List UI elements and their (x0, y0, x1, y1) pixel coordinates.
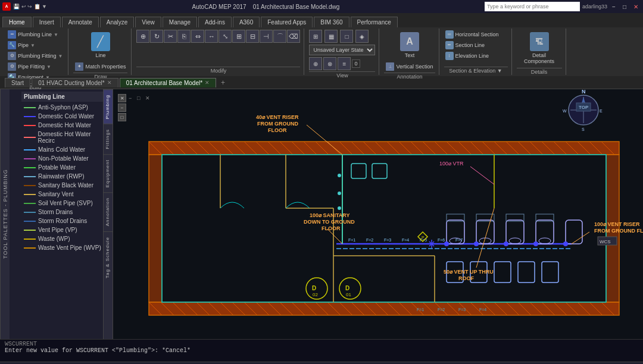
doc-tab-arch[interactable]: 01 Architectural Base Model* ✕ (120, 78, 216, 87)
rotate-button[interactable]: ↻ (150, 30, 163, 43)
search-input[interactable] (485, 2, 580, 11)
title-bar-left: A 💾 ↩ ↪ 📋 ▼ (2, 2, 47, 11)
side-tab-annotation[interactable]: Annotation (104, 192, 113, 231)
match-properties-button[interactable]: ✦ Match Properties (73, 62, 127, 71)
line-icon: ╱ (91, 32, 110, 51)
command-line: WSCURRENT Enter new value for WSCURRENT … (0, 339, 643, 362)
view-ctrl-2[interactable]: ▦ (324, 30, 338, 43)
ribbon-content: ━ Plumbing Line ▼ 🔧 Pipe ▼ ⚙ Plumbing Fi… (0, 27, 643, 76)
pipe-button[interactable]: 🔧 Pipe ▼ (6, 40, 37, 50)
waste-vent-icon (24, 247, 36, 249)
list-item-storm-roof[interactable]: Storm Roof Drains (21, 216, 110, 225)
list-item-vent-pipe[interactable]: Vent Pipe (VP) (21, 225, 110, 234)
list-item-waste-vent[interactable]: Waste Vent Pipe (WVP) (21, 243, 110, 252)
list-item-sanitary-black[interactable]: Sanitary Black Water (21, 181, 110, 190)
viewport-maximize[interactable]: □ (137, 95, 140, 101)
cad-viewport[interactable]: ✕ − □ (113, 89, 643, 339)
pipe-label: Pipe (18, 42, 29, 48)
window-close[interactable]: ✕ (631, 4, 641, 10)
list-item-non-potable[interactable]: Non-Potable Water (21, 154, 110, 163)
window-minimize[interactable]: − (610, 4, 618, 10)
tab-addins[interactable]: Add-ins (198, 17, 232, 27)
window-maximize[interactable]: □ (620, 4, 629, 10)
svg-text:WCS: WCS (600, 239, 611, 244)
vp-min-btn[interactable]: − (118, 103, 126, 112)
tab-bim360[interactable]: BIM 360 (314, 17, 349, 27)
view-ctrl-4[interactable]: ◈ (355, 30, 369, 43)
vertical-section-button[interactable]: ⟂ Vertical Section (384, 62, 435, 71)
tab-performance[interactable]: Performance (351, 17, 398, 27)
tab-analyze[interactable]: Analyze (100, 17, 135, 27)
pipe-fitting-label: Pipe Fitting (18, 64, 45, 70)
quick-access-icons[interactable]: 💾 ↩ ↪ 📋 ▼ (13, 4, 47, 10)
layer-ctrl-2[interactable]: ⊗ (323, 57, 336, 70)
list-item-sanitary-vent[interactable]: Sanitary Vent (21, 190, 110, 199)
list-item-rainwater[interactable]: Rainwater (RWP) (21, 172, 110, 181)
list-item-antisyphon[interactable]: Anti-Syphon (ASP) (21, 103, 110, 112)
svg-text:D: D (312, 285, 316, 291)
side-tab-tag[interactable]: Tag & Schedule (104, 231, 113, 283)
doc-tab-hvac[interactable]: 01 HVAC Ducting Model* ✕ (32, 78, 118, 87)
tab-featured[interactable]: Featured Apps (261, 17, 313, 27)
list-item-domestic-hot-recirc[interactable]: Domestic Hot Water Recirc (21, 130, 110, 145)
tab-insert[interactable]: Insert (33, 17, 61, 27)
list-item-domestic-cold[interactable]: Domestic Cold Water (21, 112, 110, 121)
section-line-button[interactable]: ━ Section Line (444, 40, 486, 50)
horizontal-section-button[interactable]: ═ Horizontal Section (444, 30, 500, 39)
tab-view[interactable]: View (135, 17, 161, 27)
tab-home[interactable]: Home (2, 17, 32, 27)
copy-button[interactable]: ⎘ (177, 30, 191, 43)
array-button[interactable]: ⊟ (246, 30, 259, 43)
layer-ctrl-1[interactable]: ⊕ (309, 57, 322, 70)
layer-state-ctrl-3[interactable]: ≡ (338, 57, 351, 70)
command-input[interactable] (5, 354, 638, 360)
svg-text:DOWN TO GROUND: DOWN TO GROUND (304, 219, 355, 225)
list-item-domestic-hot[interactable]: Domestic Hot Water (21, 121, 110, 130)
detail-components-button[interactable]: 🏗 Detail Components (517, 30, 562, 67)
line-button[interactable]: ╱ Line (86, 30, 115, 61)
view-ctrl-3[interactable]: □ (340, 30, 353, 43)
stretch-button[interactable]: ↔ (205, 30, 218, 43)
side-tab-equipment[interactable]: Equipment (104, 154, 113, 192)
list-item-soil-vent[interactable]: Soil Vent Pipe (SVP) (21, 199, 110, 208)
vp-max-btn[interactable]: □ (118, 113, 126, 121)
cad-drawing: 100⌀ VTR (113, 89, 643, 339)
doc-tab-start[interactable]: Start (5, 78, 30, 87)
mirror-button[interactable]: ⇔ (191, 30, 204, 43)
side-tab-plumbing[interactable]: Plumbing (104, 89, 113, 124)
side-tab-fittings[interactable]: Fittings (104, 124, 113, 154)
doc-tab-add[interactable]: + (217, 77, 229, 88)
scale-button[interactable]: ⤡ (219, 30, 232, 43)
tab-a360[interactable]: A360 (233, 17, 260, 27)
viewport-minimize[interactable]: − (129, 95, 132, 101)
tab-annotate[interactable]: Annotate (62, 17, 99, 27)
move-button[interactable]: ⊕ (136, 30, 149, 43)
plumbing-fitting-button[interactable]: ⚙ Plumbing Fitting ▼ (6, 51, 64, 61)
svg-text:TOP: TOP (579, 105, 589, 110)
trim-button[interactable]: ✂ (164, 30, 177, 43)
list-item-storm-drains[interactable]: Storm Drains (21, 208, 110, 216)
vp-close-btn[interactable]: ✕ (118, 94, 126, 102)
list-item-mains-cold[interactable]: Mains Cold Water (21, 145, 110, 154)
fillet-button[interactable]: ⌒ (273, 30, 286, 43)
list-item-potable[interactable]: Potable Water (21, 163, 110, 172)
plumbing-line-button[interactable]: ━ Plumbing Line ▼ (6, 30, 60, 39)
pipe-fitting-button[interactable]: ⚙ Pipe Fitting ▼ (6, 62, 53, 71)
elevation-line-button[interactable]: ↕ Elevation Line (444, 51, 491, 61)
view-group-label: View (309, 71, 375, 79)
viewport-close[interactable]: ✕ (145, 95, 150, 101)
layer-state-dropdown[interactable]: Unsaved Layer State (309, 45, 375, 55)
doc-tab-hvac-close[interactable]: ✕ (107, 80, 112, 86)
doc-tab-arch-close[interactable]: ✕ (205, 80, 210, 86)
tab-manage[interactable]: Manage (163, 17, 197, 27)
extend-button[interactable]: ⊣ (260, 30, 273, 43)
text-button[interactable]: A Text (395, 30, 424, 61)
erase-button[interactable]: ⌫ (287, 30, 300, 43)
file-name: 01 Architectural Base Model.dwg (253, 4, 340, 10)
list-item-waste[interactable]: Waste (WP) (21, 234, 110, 243)
svg-text:100⌀ SANITARY: 100⌀ SANITARY (310, 212, 350, 218)
svg-rect-83 (149, 155, 162, 302)
title-bar: A 💾 ↩ ↪ 📋 ▼ AutoCAD MEP 2017 01 Architec… (0, 0, 643, 13)
view-ctrl-1[interactable]: ⊞ (309, 30, 322, 43)
offset-button[interactable]: ⊞ (232, 30, 245, 43)
